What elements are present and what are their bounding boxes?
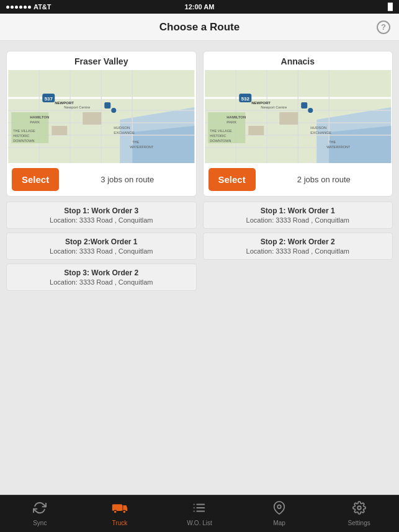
select-button-annacis[interactable]: Select xyxy=(208,168,256,191)
route-card-annacis: Annacis xyxy=(203,51,393,197)
svg-text:532: 532 xyxy=(241,96,249,102)
map-svg-fraser: 537 HAMILTON PARK THE VILLAGE HISTORIC D… xyxy=(7,70,196,163)
svg-marker-2 xyxy=(132,126,194,163)
svg-rect-16 xyxy=(52,126,67,135)
svg-text:WATERFRONT: WATERFRONT xyxy=(326,145,351,149)
map-icon xyxy=(272,501,286,518)
gear-icon xyxy=(352,501,366,518)
tab-map[interactable]: Map xyxy=(240,501,320,526)
svg-text:PARK: PARK xyxy=(30,120,40,124)
carrier-label: AT&T xyxy=(34,3,52,11)
stop-location-fv-1: Location: 3333 Road , Conquitlam xyxy=(12,216,191,224)
truck-icon xyxy=(112,501,128,518)
svg-point-63 xyxy=(123,510,126,513)
svg-rect-45 xyxy=(279,112,298,125)
stops-col-fraser-valley: Stop 1: Work Order 3 Location: 3333 Road… xyxy=(6,202,197,291)
stop-item-an-1: Stop 1: Work Order 1 Location: 3333 Road… xyxy=(203,202,393,229)
route-map-annacis: 532 HAMILTON PARK THE VILLAGE HISTORIC D… xyxy=(204,70,393,163)
svg-rect-58 xyxy=(301,102,307,109)
jobs-count-fraser-valley: 3 jobs on route xyxy=(64,175,191,184)
svg-text:THE: THE xyxy=(329,140,336,144)
svg-text:PARK: PARK xyxy=(226,120,236,124)
stops-row: Stop 1: Work Order 3 Location: 3333 Road… xyxy=(6,202,393,291)
stops-col-annacis: Stop 1: Work Order 1 Location: 3333 Road… xyxy=(203,202,393,291)
stop-item-fv-2: Stop 2:Work Order 1 Location: 3333 Road … xyxy=(6,233,197,260)
svg-text:EXCHANGE: EXCHANGE xyxy=(114,131,135,135)
svg-text:HISTORIC: HISTORIC xyxy=(13,134,29,138)
help-icon: ? xyxy=(381,22,386,32)
status-bar: AT&T 12:00 AM ▉ xyxy=(0,0,399,14)
svg-text:NEWPORT: NEWPORT xyxy=(55,101,74,105)
select-button-fraser-valley[interactable]: Select xyxy=(12,168,59,191)
svg-text:Newport Centre: Newport Centre xyxy=(261,105,287,109)
tab-map-label: Map xyxy=(273,520,285,526)
stop-location-fv-2: Location: 3333 Road , Conquitlam xyxy=(12,247,191,255)
svg-point-72 xyxy=(357,506,361,510)
svg-point-71 xyxy=(277,505,281,508)
stop-location-an-2: Location: 3333 Road , Conquitlam xyxy=(208,247,388,255)
svg-text:EXCHANGE: EXCHANGE xyxy=(310,131,331,135)
signal-icon xyxy=(6,6,31,9)
svg-text:THE VILLAGE: THE VILLAGE xyxy=(210,129,232,133)
stop-item-fv-1: Stop 1: Work Order 3 Location: 3333 Road… xyxy=(6,202,197,229)
stop-title-fv-3: Stop 3: Work Order 2 xyxy=(12,268,191,277)
svg-point-59 xyxy=(308,108,313,113)
svg-rect-60 xyxy=(112,504,122,511)
svg-text:THE: THE xyxy=(132,140,139,144)
tab-wo-list[interactable]: W.O. List xyxy=(159,501,240,526)
svg-rect-15 xyxy=(83,112,101,125)
route-actions-fraser-valley: Select 3 jobs on route xyxy=(7,163,196,196)
stop-title-an-1: Stop 1: Work Order 1 xyxy=(208,206,388,215)
svg-text:WATERFRONT: WATERFRONT xyxy=(130,145,154,149)
stop-location-an-1: Location: 3333 Road , Conquitlam xyxy=(208,216,388,224)
stop-item-fv-3: Stop 3: Work Order 2 Location: 3333 Road… xyxy=(6,264,197,291)
svg-rect-46 xyxy=(248,126,264,135)
help-button[interactable]: ? xyxy=(377,20,390,34)
svg-text:HAMILTON: HAMILTON xyxy=(30,115,49,119)
route-cards-row: Fraser Valley xyxy=(6,51,393,197)
svg-text:Newport Centre: Newport Centre xyxy=(64,105,91,109)
tab-wo-list-label: W.O. List xyxy=(187,520,212,526)
svg-marker-32 xyxy=(329,126,391,163)
svg-text:HUDSON: HUDSON xyxy=(114,126,130,130)
svg-rect-28 xyxy=(104,102,110,109)
route-name-annacis: Annacis xyxy=(204,51,393,70)
svg-text:HAMILTON: HAMILTON xyxy=(226,115,246,119)
stop-location-fv-3: Location: 3333 Road , Conquitlam xyxy=(12,278,191,286)
tab-settings-label: Settings xyxy=(348,520,370,526)
status-time: 12:00 AM xyxy=(185,3,215,11)
map-svg-annacis: 532 HAMILTON PARK THE VILLAGE HISTORIC D… xyxy=(204,70,393,163)
svg-text:NEWPORT: NEWPORT xyxy=(251,101,271,105)
stop-item-an-2: Stop 2: Work Order 2 Location: 3333 Road… xyxy=(203,233,393,260)
route-actions-annacis: Select 2 jobs on route xyxy=(204,163,393,196)
page-title: Choose a Route xyxy=(159,21,240,33)
tab-settings[interactable]: Settings xyxy=(319,501,399,526)
battery-icon: ▉ xyxy=(388,3,393,11)
stop-title-an-2: Stop 2: Work Order 2 xyxy=(208,237,388,246)
svg-text:537: 537 xyxy=(45,96,53,102)
svg-text:DOWNTOWN: DOWNTOWN xyxy=(210,139,231,143)
svg-text:HISTORIC: HISTORIC xyxy=(210,134,226,138)
jobs-count-annacis: 2 jobs on route xyxy=(261,175,387,184)
route-map-fraser-valley: 537 HAMILTON PARK THE VILLAGE HISTORIC D… xyxy=(7,70,196,163)
list-icon xyxy=(192,501,206,518)
svg-text:DOWNTOWN: DOWNTOWN xyxy=(13,139,34,143)
tab-sync[interactable]: Sync xyxy=(0,501,80,526)
stop-title-fv-2: Stop 2:Work Order 1 xyxy=(12,237,191,246)
stop-title-fv-1: Stop 1: Work Order 3 xyxy=(12,206,191,215)
svg-text:HUDSON: HUDSON xyxy=(310,126,326,130)
sync-icon xyxy=(33,501,47,518)
main-content: Fraser Valley xyxy=(0,41,399,495)
svg-point-62 xyxy=(114,510,117,513)
nav-header: Choose a Route ? xyxy=(0,14,399,41)
svg-text:THE VILLAGE: THE VILLAGE xyxy=(13,129,35,133)
status-bar-left: AT&T xyxy=(6,3,52,11)
tab-truck[interactable]: Truck xyxy=(80,501,160,526)
route-name-fraser-valley: Fraser Valley xyxy=(7,51,196,70)
status-bar-right: ▉ xyxy=(388,3,393,11)
svg-point-29 xyxy=(111,108,116,113)
tab-bar: Sync Truck W.O. List xyxy=(0,495,399,532)
tab-truck-label: Truck xyxy=(112,520,128,526)
route-card-fraser-valley: Fraser Valley xyxy=(6,51,197,197)
tab-sync-label: Sync xyxy=(33,520,47,526)
